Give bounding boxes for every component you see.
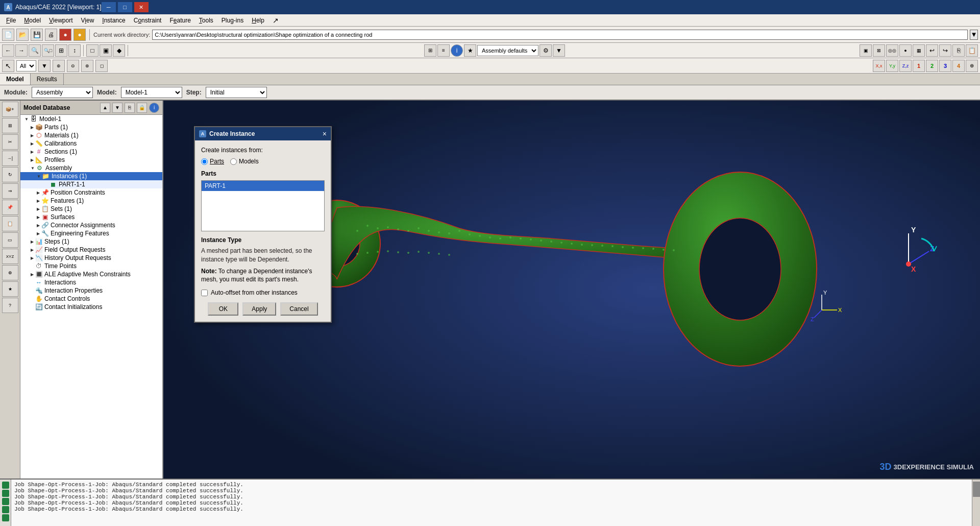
fieldout-expand-icon[interactable]: ▶ [31,248,34,252]
features-expand-icon[interactable]: ▶ [37,199,40,203]
save-button[interactable]: 💾 [31,29,43,41]
restore-button[interactable]: □ [118,2,132,12]
tool-xyz[interactable]: XYZ [2,249,18,264]
tab-model[interactable]: Model [0,74,31,85]
x-axis-btn[interactable]: X,x [873,60,885,72]
tree-steps[interactable]: ▶ 📊 Steps (1) [20,237,162,246]
select-clear-button[interactable]: ◻ [95,60,108,72]
radio-models-input[interactable] [230,158,237,165]
menu-model[interactable]: Model [20,16,45,25]
tool-translate-to[interactable]: ⇒ [2,183,18,199]
calibrations-expand-icon[interactable]: ▶ [31,141,34,146]
tree-sections[interactable]: ▶ # Sections (1) [20,148,162,156]
assembly-expand-icon[interactable]: ▼ [31,166,35,171]
materials-expand-icon[interactable]: ▶ [31,133,34,138]
zoom-box-button[interactable]: 🔍□ [42,44,54,57]
nav-back-button[interactable]: ← [2,44,14,57]
posconstr-expand-icon[interactable]: ▶ [37,190,40,195]
menu-tools[interactable]: Tools [195,16,217,25]
close-button[interactable]: ✕ [134,2,149,12]
ale-expand-icon[interactable]: ▶ [31,272,34,277]
tool-set[interactable]: 📋 [2,216,18,231]
fit-button[interactable]: ⊞ [55,44,67,57]
cursor-button[interactable]: ↖ [2,60,14,72]
parts-list-item-1[interactable]: PART-1 [202,181,324,191]
histout-expand-icon[interactable]: ▶ [31,256,34,260]
tree-calibrations[interactable]: ▶ 📏 Calibrations [20,139,162,148]
log-content[interactable]: Job Shape-Opt-Process-1-Job: Abaqus/Stan… [12,480,972,526]
menu-feature[interactable]: Feature [165,16,194,25]
tree-ale-constraints[interactable]: ▶ 🔳 ALE Adaptive Mesh Constraints [20,270,162,278]
tool-surface[interactable]: ▭ [2,232,18,248]
connector-expand-icon[interactable]: ▶ [37,223,40,228]
tree-up-button[interactable]: ▲ [100,103,110,113]
tree-down-button[interactable]: ▼ [112,103,122,113]
tree-instances[interactable]: ▼ 📁 Instances (1) [20,172,162,180]
select-button[interactable]: ▦ [913,44,925,57]
tree-interaction-props[interactable]: ▶ 🔩 Interaction Properties [20,286,162,295]
open-button[interactable]: 📂 [16,29,29,41]
tool-feature[interactable]: ★ [2,281,18,297]
assembly-icon-button[interactable]: ⚙ [540,44,552,57]
tool-query[interactable]: ? [2,298,18,313]
tree-part-1-1[interactable]: ▶ ◼ PART-1-1 [20,180,162,188]
redo-button[interactable]: ↪ [939,44,951,57]
model-select[interactable]: Model-1 [121,87,182,98]
tree-parts[interactable]: ▶ 📦 Parts (1) [20,123,162,131]
menu-plugins[interactable]: Plug-ins [217,16,248,25]
menu-instance[interactable]: Instance [98,16,129,25]
tree-contact-controls[interactable]: ▶ ✋ Contact Controls [20,295,162,303]
tree-features[interactable]: ▶ ⭐ Features (1) [20,197,162,205]
surfaces-expand-icon[interactable]: ▶ [37,215,40,220]
menu-help[interactable]: Help [248,16,268,25]
y-axis-btn[interactable]: Y,y [886,60,898,72]
tool-translate[interactable]: →| [2,151,18,166]
cancel-button[interactable]: Cancel [280,302,317,316]
view-3d-button[interactable]: □ [86,44,99,57]
mesh-button-1[interactable]: ▣ [860,44,872,57]
menu-viewport[interactable]: Viewport [45,16,77,25]
tree-history-output[interactable]: ▶ 📉 History Output Requests [20,254,162,262]
mesh-button-3[interactable]: ◎◎ [886,44,898,57]
tree-info-button[interactable]: i [149,103,159,113]
radio-parts-input[interactable] [201,158,208,165]
steps-expand-icon[interactable]: ▶ [31,240,34,244]
profiles-expand-icon[interactable]: ▶ [31,158,34,162]
tool-constraint[interactable]: 📌 [2,200,18,215]
tool-datum[interactable]: ⊕ [2,265,18,280]
tree-profiles[interactable]: ▶ 📐 Profiles [20,156,162,164]
select-toggle-button[interactable]: ⊗ [81,60,93,72]
num3-btn[interactable]: 3 [939,60,951,72]
instances-expand-icon[interactable]: ▼ [37,174,41,179]
axis-icon-btn[interactable]: ⊕ [966,60,978,72]
zoom-button[interactable]: 🔍 [29,44,41,57]
star-button[interactable]: ★ [464,44,476,57]
tree-engineering-features[interactable]: ▶ 🔧 Engineering Features [20,229,162,237]
view-iso-button[interactable]: ◆ [113,44,125,57]
sections-expand-icon[interactable]: ▶ [31,150,34,154]
dialog-close-button[interactable]: × [323,130,327,138]
select-add-button[interactable]: ⊕ [53,60,65,72]
yellow-icon-button[interactable]: ● [74,29,86,41]
sets-expand-icon[interactable]: ▶ [37,207,40,211]
undo-button[interactable]: ↩ [926,44,938,57]
z-axis-btn[interactable]: Z,z [899,60,912,72]
grid-icon-button[interactable]: ⊞ [424,44,436,57]
red-icon-button[interactable]: ● [59,29,71,41]
tree-materials[interactable]: ▶ ⬡ Materials (1) [20,131,162,139]
tool-rotate[interactable]: ↻ [2,167,18,182]
tool-cut[interactable]: ✂ [2,134,18,150]
minimize-button[interactable]: ─ [102,2,116,12]
step-select[interactable]: Initial [206,87,267,98]
menu-file[interactable]: File [2,16,20,25]
engfeat-expand-icon[interactable]: ▶ [37,231,40,236]
tree-copy-button[interactable]: ⎘ [125,103,135,113]
num1-btn[interactable]: 1 [913,60,925,72]
tree-connector-assignments[interactable]: ▶ 🔗 Connector Assignments [20,221,162,229]
tree-lock-button[interactable]: 🔒 [137,103,147,113]
auto-offset-checkbox[interactable] [201,290,208,296]
num4-btn[interactable]: 4 [952,60,965,72]
root-expand-icon[interactable]: ▼ [24,117,29,122]
module-select[interactable]: Assembly [32,87,93,98]
create-instance-dialog[interactable]: A Create Instance × Create instances fro… [194,126,332,323]
